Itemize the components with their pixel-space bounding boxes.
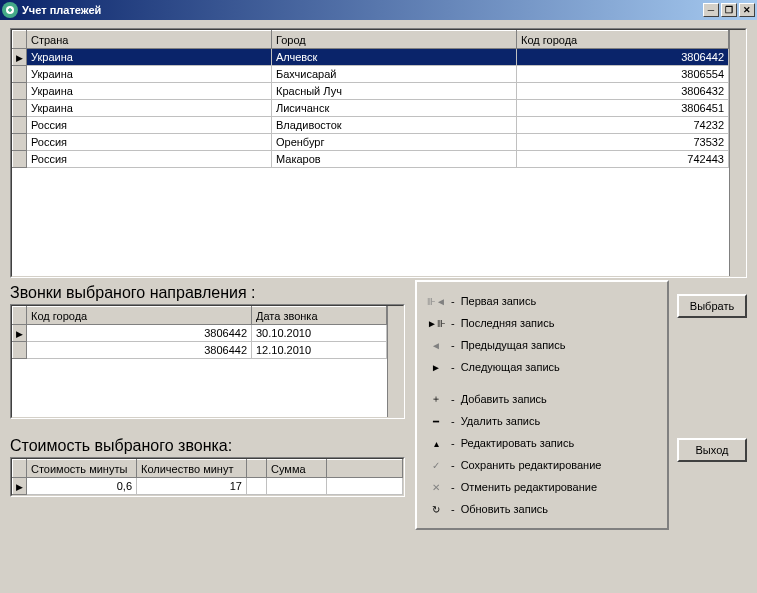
nav-label: Первая запись — [461, 295, 537, 307]
nav-icon: ━ — [427, 416, 445, 427]
table-row[interactable]: ▶ 0,6 17 — [13, 478, 403, 495]
col-call-date[interactable]: Дата звонка — [252, 307, 387, 325]
nav-icon: ►⊪ — [427, 318, 445, 329]
col-city[interactable]: Город — [272, 31, 517, 49]
calls-title: Звонки выбраного направления : — [10, 284, 405, 302]
nav-icon: ✕ — [427, 482, 445, 493]
nav-label: Предыдущая запись — [461, 339, 566, 351]
nav-item[interactable]: ◄ - Предыдущая запись — [427, 334, 657, 356]
nav-label: Последняя запись — [461, 317, 555, 329]
col-qty[interactable]: Количество минут — [137, 460, 247, 478]
col-code[interactable]: Код города — [517, 31, 729, 49]
col-call-code[interactable]: Код города — [27, 307, 252, 325]
nav-label: Отменить редактирование — [461, 481, 597, 493]
nav-label: Следующая запись — [461, 361, 560, 373]
window-title: Учет платежей — [22, 4, 703, 16]
nav-item[interactable]: ⊪◄ - Первая запись — [427, 290, 657, 312]
nav-icon: ↻ — [427, 504, 445, 515]
countries-grid[interactable]: Страна Город Код города ▶УкраинаАлчевск3… — [10, 28, 747, 278]
scrollbar[interactable] — [729, 30, 745, 276]
table-row[interactable]: УкраинаБахчисарай3806554 — [13, 66, 729, 83]
table-row[interactable]: РоссияВладивосток74232 — [13, 117, 729, 134]
table-row[interactable]: РоссияМакаров742443 — [13, 151, 729, 168]
row-header-corner — [13, 31, 27, 49]
nav-label: Обновить запись — [461, 503, 548, 515]
table-row[interactable]: ▶УкраинаАлчевск3806442 — [13, 49, 729, 66]
nav-item[interactable]: ► - Следующая запись — [427, 356, 657, 378]
nav-label: Сохранить редактирование — [461, 459, 602, 471]
maximize-button[interactable]: ❐ — [721, 3, 737, 17]
nav-icon: ＋ — [427, 392, 445, 406]
scrollbar[interactable] — [387, 306, 403, 417]
nav-item[interactable]: ↻ - Обновить запись — [427, 498, 657, 520]
nav-item[interactable]: ▴ - Редактировать запись — [427, 432, 657, 454]
nav-item[interactable]: ＋ - Добавить запись — [427, 388, 657, 410]
nav-icon: ⊪◄ — [427, 296, 445, 307]
navigator-panel: ⊪◄ - Первая запись►⊪ - Последняя запись◄… — [415, 280, 669, 530]
nav-item[interactable]: ✕ - Отменить редактирование — [427, 476, 657, 498]
close-button[interactable]: ✕ — [739, 3, 755, 17]
table-row[interactable]: 380644212.10.2010 — [13, 342, 387, 359]
nav-label: Удалить запись — [461, 415, 541, 427]
col-sum[interactable]: Сумма — [267, 460, 327, 478]
nav-label: Добавить запись — [461, 393, 547, 405]
nav-icon: ✓ — [427, 460, 445, 471]
nav-item[interactable]: ━ - Удалить запись — [427, 410, 657, 432]
nav-icon: ► — [427, 362, 445, 373]
calls-grid[interactable]: Код города Дата звонка ▶380644230.10.201… — [10, 304, 405, 419]
nav-label: Редактировать запись — [461, 437, 575, 449]
table-row[interactable]: УкраинаКрасный Луч3806432 — [13, 83, 729, 100]
app-icon — [2, 2, 18, 18]
exit-button[interactable]: Выход — [677, 438, 747, 462]
table-row[interactable]: ▶380644230.10.2010 — [13, 325, 387, 342]
col-country[interactable]: Страна — [27, 31, 272, 49]
select-button[interactable]: Выбрать — [677, 294, 747, 318]
nav-icon: ◄ — [427, 340, 445, 351]
cost-grid[interactable]: Стоимость минуты Количество минут Сумма … — [10, 457, 405, 497]
table-row[interactable]: УкраинаЛисичанск3806451 — [13, 100, 729, 117]
col-price[interactable]: Стоимость минуты — [27, 460, 137, 478]
cost-title: Стоимость выбраного звонка: — [10, 437, 405, 455]
nav-item[interactable]: ►⊪ - Последняя запись — [427, 312, 657, 334]
table-row[interactable]: РоссияОренбург73532 — [13, 134, 729, 151]
minimize-button[interactable]: ─ — [703, 3, 719, 17]
nav-item[interactable]: ✓ - Сохранить редактирование — [427, 454, 657, 476]
nav-icon: ▴ — [427, 438, 445, 449]
title-bar: Учет платежей ─ ❐ ✕ — [0, 0, 757, 20]
